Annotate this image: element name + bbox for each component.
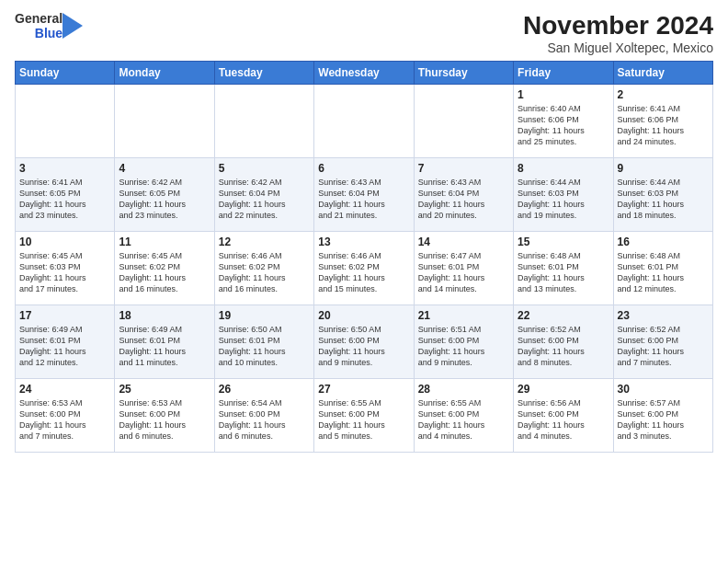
day-number: 11 <box>119 236 210 248</box>
day-number: 30 <box>618 383 709 396</box>
day-info: Sunrise: 6:43 AM Sunset: 6:04 PM Dayligh… <box>418 177 509 222</box>
title-block: November 2024 San Miguel Xoltepec, Mexic… <box>523 11 713 55</box>
day-info: Sunrise: 6:54 AM Sunset: 6:00 PM Dayligh… <box>219 397 310 442</box>
calendar-cell: 30Sunrise: 6:57 AM Sunset: 6:00 PM Dayli… <box>613 379 712 453</box>
calendar-cell: 29Sunrise: 6:56 AM Sunset: 6:00 PM Dayli… <box>514 379 613 453</box>
day-number: 24 <box>19 383 110 396</box>
calendar-title: November 2024 <box>523 11 713 40</box>
day-info: Sunrise: 6:40 AM Sunset: 6:06 PM Dayligh… <box>518 103 609 148</box>
calendar-cell: 25Sunrise: 6:53 AM Sunset: 6:00 PM Dayli… <box>115 379 214 453</box>
calendar-cell: 13Sunrise: 6:46 AM Sunset: 6:02 PM Dayli… <box>314 232 414 305</box>
day-info: Sunrise: 6:47 AM Sunset: 6:01 PM Dayligh… <box>418 250 509 295</box>
day-info: Sunrise: 6:52 AM Sunset: 6:00 PM Dayligh… <box>618 324 709 369</box>
day-number: 29 <box>518 383 609 396</box>
calendar-cell: 20Sunrise: 6:50 AM Sunset: 6:00 PM Dayli… <box>314 305 414 379</box>
calendar-table: Sunday Monday Tuesday Wednesday Thursday… <box>15 61 713 453</box>
day-number: 22 <box>518 309 609 322</box>
day-info: Sunrise: 6:42 AM Sunset: 6:05 PM Dayligh… <box>119 177 210 222</box>
day-info: Sunrise: 6:52 AM Sunset: 6:00 PM Dayligh… <box>518 324 609 369</box>
day-number: 8 <box>518 162 609 175</box>
day-number: 2 <box>618 88 709 101</box>
calendar-cell: 3Sunrise: 6:41 AM Sunset: 6:05 PM Daylig… <box>16 158 115 232</box>
day-info: Sunrise: 6:42 AM Sunset: 6:04 PM Dayligh… <box>219 177 310 222</box>
calendar-cell <box>214 85 313 158</box>
day-number: 27 <box>318 383 409 396</box>
calendar-cell: 4Sunrise: 6:42 AM Sunset: 6:05 PM Daylig… <box>115 158 214 232</box>
calendar-cell: 5Sunrise: 6:42 AM Sunset: 6:04 PM Daylig… <box>214 158 313 232</box>
calendar-cell: 10Sunrise: 6:45 AM Sunset: 6:03 PM Dayli… <box>16 232 115 305</box>
calendar-cell <box>414 85 513 158</box>
day-info: Sunrise: 6:49 AM Sunset: 6:01 PM Dayligh… <box>119 324 210 369</box>
logo-blue: Blue <box>35 26 63 40</box>
day-info: Sunrise: 6:41 AM Sunset: 6:06 PM Dayligh… <box>618 103 709 148</box>
svg-marker-0 <box>63 13 83 39</box>
day-info: Sunrise: 6:56 AM Sunset: 6:00 PM Dayligh… <box>518 397 609 442</box>
day-number: 20 <box>318 309 409 322</box>
calendar-week-row: 24Sunrise: 6:53 AM Sunset: 6:00 PM Dayli… <box>16 379 713 453</box>
day-number: 6 <box>318 162 409 175</box>
calendar-cell: 23Sunrise: 6:52 AM Sunset: 6:00 PM Dayli… <box>613 305 712 379</box>
day-info: Sunrise: 6:43 AM Sunset: 6:04 PM Dayligh… <box>318 177 409 222</box>
day-number: 18 <box>119 309 210 322</box>
day-info: Sunrise: 6:44 AM Sunset: 6:03 PM Dayligh… <box>618 177 709 222</box>
calendar-cell: 19Sunrise: 6:50 AM Sunset: 6:01 PM Dayli… <box>214 305 313 379</box>
calendar-cell: 22Sunrise: 6:52 AM Sunset: 6:00 PM Dayli… <box>514 305 613 379</box>
day-number: 3 <box>19 162 110 175</box>
day-number: 19 <box>219 309 310 322</box>
day-info: Sunrise: 6:51 AM Sunset: 6:00 PM Dayligh… <box>418 324 509 369</box>
header-sunday: Sunday <box>16 62 115 85</box>
calendar-subtitle: San Miguel Xoltepec, Mexico <box>523 40 713 55</box>
logo: General Blue <box>15 11 83 40</box>
calendar-cell <box>16 85 115 158</box>
calendar-body: 1Sunrise: 6:40 AM Sunset: 6:06 PM Daylig… <box>16 85 713 453</box>
day-info: Sunrise: 6:46 AM Sunset: 6:02 PM Dayligh… <box>219 250 310 295</box>
day-number: 16 <box>618 236 709 248</box>
day-number: 14 <box>418 236 509 248</box>
header-thursday: Thursday <box>414 62 513 85</box>
calendar-cell: 24Sunrise: 6:53 AM Sunset: 6:00 PM Dayli… <box>16 379 115 453</box>
calendar-cell: 26Sunrise: 6:54 AM Sunset: 6:00 PM Dayli… <box>214 379 313 453</box>
day-info: Sunrise: 6:46 AM Sunset: 6:02 PM Dayligh… <box>318 250 409 295</box>
day-info: Sunrise: 6:45 AM Sunset: 6:03 PM Dayligh… <box>19 250 110 295</box>
day-number: 10 <box>19 236 110 248</box>
calendar-week-row: 10Sunrise: 6:45 AM Sunset: 6:03 PM Dayli… <box>16 232 713 305</box>
day-number: 13 <box>318 236 409 248</box>
day-info: Sunrise: 6:57 AM Sunset: 6:00 PM Dayligh… <box>618 397 709 442</box>
calendar-cell: 16Sunrise: 6:48 AM Sunset: 6:01 PM Dayli… <box>613 232 712 305</box>
day-info: Sunrise: 6:48 AM Sunset: 6:01 PM Dayligh… <box>518 250 609 295</box>
calendar-cell: 27Sunrise: 6:55 AM Sunset: 6:00 PM Dayli… <box>314 379 414 453</box>
day-number: 4 <box>119 162 210 175</box>
logo-general: General <box>15 11 63 26</box>
calendar-cell: 21Sunrise: 6:51 AM Sunset: 6:00 PM Dayli… <box>414 305 513 379</box>
logo-arrow-icon <box>63 13 83 39</box>
day-number: 1 <box>518 88 609 101</box>
calendar-cell: 8Sunrise: 6:44 AM Sunset: 6:03 PM Daylig… <box>514 158 613 232</box>
day-number: 7 <box>418 162 509 175</box>
day-number: 25 <box>119 383 210 396</box>
calendar-cell: 7Sunrise: 6:43 AM Sunset: 6:04 PM Daylig… <box>414 158 513 232</box>
day-number: 5 <box>219 162 310 175</box>
calendar-cell: 28Sunrise: 6:55 AM Sunset: 6:00 PM Dayli… <box>414 379 513 453</box>
calendar-cell: 6Sunrise: 6:43 AM Sunset: 6:04 PM Daylig… <box>314 158 414 232</box>
calendar-week-row: 1Sunrise: 6:40 AM Sunset: 6:06 PM Daylig… <box>16 85 713 158</box>
day-info: Sunrise: 6:50 AM Sunset: 6:00 PM Dayligh… <box>318 324 409 369</box>
day-info: Sunrise: 6:49 AM Sunset: 6:01 PM Dayligh… <box>19 324 110 369</box>
day-number: 23 <box>618 309 709 322</box>
header: General Blue November 2024 San Miguel Xo… <box>15 11 713 55</box>
day-number: 21 <box>418 309 509 322</box>
day-info: Sunrise: 6:53 AM Sunset: 6:00 PM Dayligh… <box>19 397 110 442</box>
header-tuesday: Tuesday <box>214 62 313 85</box>
calendar-cell: 9Sunrise: 6:44 AM Sunset: 6:03 PM Daylig… <box>613 158 712 232</box>
calendar-cell <box>314 85 414 158</box>
calendar-cell <box>115 85 214 158</box>
header-wednesday: Wednesday <box>314 62 414 85</box>
day-number: 12 <box>219 236 310 248</box>
calendar-cell: 14Sunrise: 6:47 AM Sunset: 6:01 PM Dayli… <box>414 232 513 305</box>
calendar-cell: 12Sunrise: 6:46 AM Sunset: 6:02 PM Dayli… <box>214 232 313 305</box>
calendar-week-row: 17Sunrise: 6:49 AM Sunset: 6:01 PM Dayli… <box>16 305 713 379</box>
calendar-cell: 18Sunrise: 6:49 AM Sunset: 6:01 PM Dayli… <box>115 305 214 379</box>
day-number: 28 <box>418 383 509 396</box>
calendar-week-row: 3Sunrise: 6:41 AM Sunset: 6:05 PM Daylig… <box>16 158 713 232</box>
header-saturday: Saturday <box>613 62 712 85</box>
day-number: 9 <box>618 162 709 175</box>
